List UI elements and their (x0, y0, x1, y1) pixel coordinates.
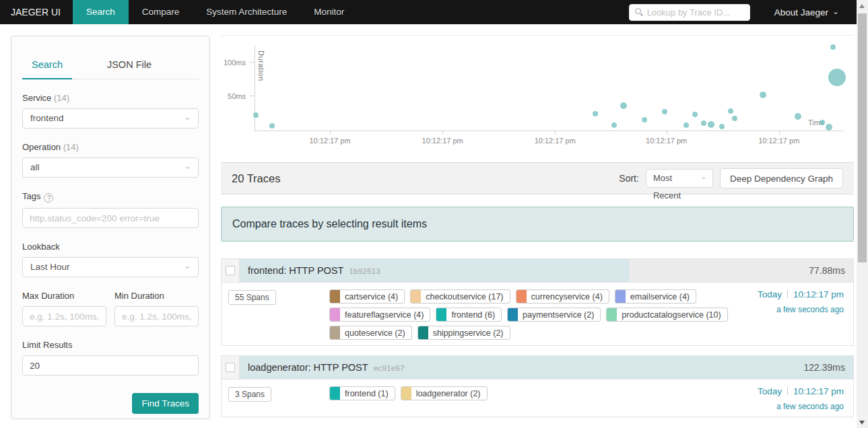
trace-date-link[interactable]: Today (758, 289, 782, 299)
scroll-down-icon[interactable] (859, 421, 865, 425)
help-icon[interactable] (44, 193, 53, 203)
tags-input[interactable] (22, 208, 199, 228)
service-color-swatch (411, 289, 421, 304)
tab-search[interactable]: Search (22, 55, 72, 79)
trace-scatter-dot[interactable] (820, 120, 825, 125)
scrollbar-thumb[interactable] (858, 13, 867, 262)
trace-checkbox[interactable] (226, 363, 235, 372)
compare-banner: Compare traces by selecting result items (221, 207, 854, 242)
trace-scatter-dot[interactable] (253, 112, 259, 118)
trace-scatter-dot[interactable] (828, 69, 846, 86)
traces-count: 20 Traces (232, 172, 280, 185)
trace-body: 3 Spans frontend (1)loadgenerator (2) To… (222, 380, 853, 417)
service-chips: frontend (1)loadgenerator (2) (329, 385, 733, 400)
find-traces-button[interactable]: Find Traces (132, 393, 199, 414)
trace-header[interactable]: frontend: HTTP POST1b92613 77.88ms (222, 259, 853, 283)
trace-scatter-dot[interactable] (662, 109, 667, 114)
trace-time-link[interactable]: 10:12:17 pm (793, 289, 844, 299)
trace-scatter-dot[interactable] (620, 102, 627, 109)
x-axis-tick-label: 10:12:17 pm (309, 137, 350, 145)
trace-time-link[interactable]: 10:12:17 pm (793, 386, 844, 396)
limit-results-label: Limit Results (22, 340, 199, 350)
x-axis-tick-label: 10:12:17 pm (758, 137, 799, 145)
deep-dependency-graph-button[interactable]: Deep Dependency Graph (720, 168, 843, 188)
service-color-swatch (330, 308, 340, 322)
service-chip: shippingservice (2) (418, 326, 510, 340)
service-chip: loadgenerator (2) (401, 386, 488, 400)
service-chip-label: emailservice (4) (626, 292, 696, 301)
service-chip-label: frontend (6) (446, 310, 501, 320)
trace-title: frontend: HTTP POST1b92613 (248, 259, 380, 283)
service-color-swatch (607, 308, 617, 322)
service-color-swatch (330, 326, 340, 340)
lookback-select[interactable]: Last Hour (22, 257, 199, 277)
trace-scatter-dot[interactable] (269, 123, 275, 129)
y-axis-tick-label: 100ms (224, 59, 246, 67)
x-axis-tick-mark (330, 131, 331, 135)
min-duration-input[interactable] (114, 306, 199, 326)
trace-scatter-dot[interactable] (795, 113, 801, 120)
sort-select[interactable]: Most Recent (646, 169, 713, 188)
trace-checkbox[interactable] (226, 266, 235, 275)
nav-tab-monitor[interactable]: Monitor (300, 0, 358, 24)
x-axis-tick-label: 10:12:17 pm (646, 137, 687, 145)
x-axis-ticks: 10:12:17 pm10:12:17 pm10:12:17 pm10:12:1… (255, 131, 844, 147)
service-color-swatch (516, 289, 527, 304)
scroll-up-icon[interactable] (859, 4, 865, 8)
nav-tab-system-architecture[interactable]: System Architecture (193, 0, 300, 24)
y-axis-tick-mark (250, 62, 255, 63)
tags-label: Tags (22, 191, 199, 203)
trace-scatter-dot[interactable] (692, 112, 698, 117)
trace-scatter-dot[interactable] (611, 122, 617, 128)
x-axis-tick-label: 10:12:17 pm (422, 137, 463, 145)
service-chip: featureflagservice (4) (329, 308, 430, 322)
results-main: Duration Time 100ms50ms 10:12:17 pm10:12… (221, 35, 854, 428)
trace-date-link[interactable]: Today (758, 386, 782, 396)
service-color-swatch (615, 289, 626, 304)
service-chip-label: shippingservice (2) (428, 328, 510, 338)
max-duration-input[interactable] (22, 306, 106, 326)
service-chip-label: checkoutservice (17) (421, 292, 509, 301)
trace-scatter-dot[interactable] (683, 122, 689, 128)
trace-scatter-dot[interactable] (732, 116, 737, 121)
span-count-chip: 55 Spans (228, 290, 276, 305)
limit-results-input[interactable] (22, 355, 199, 376)
operation-select[interactable]: all (22, 157, 199, 178)
trace-id-lookup-input[interactable] (629, 4, 750, 21)
trace-scatter-dot[interactable] (760, 92, 766, 98)
trace-scatter-dot[interactable] (830, 44, 836, 50)
nav-tab-compare[interactable]: Compare (129, 0, 193, 24)
service-select[interactable]: frontend (22, 108, 199, 129)
trace-scatter-dot[interactable] (708, 121, 714, 128)
trace-scatter-dot[interactable] (826, 124, 832, 131)
service-chip-label: currencyservice (4) (527, 292, 609, 301)
service-chip-label: cartservice (4) (340, 292, 404, 301)
sidebar-tabs: Search JSON File (22, 55, 199, 79)
trace-scatter-dot[interactable] (728, 108, 733, 114)
service-chip-label: productcatalogservice (10) (617, 310, 727, 320)
service-chip: checkoutservice (17) (410, 289, 510, 304)
trace-scatter-dot[interactable] (719, 124, 725, 129)
trace-scatter-dot[interactable] (642, 117, 647, 122)
service-color-swatch (330, 289, 340, 304)
service-chip: paymentservice (2) (507, 308, 601, 322)
x-axis-tick-mark (442, 131, 443, 135)
tab-json-file[interactable]: JSON File (98, 55, 161, 79)
service-chip-label: frontend (1) (340, 389, 395, 398)
vertical-scrollbar[interactable] (857, 0, 868, 428)
x-axis-tick-mark (555, 131, 556, 135)
trace-header[interactable]: loadgenerator: HTTP POSTec91e67 122.39ms (222, 356, 853, 380)
nav-tab-search[interactable]: Search (73, 0, 129, 24)
about-jaeger-menu[interactable]: About Jaeger (774, 7, 839, 17)
trace-scatter-dot[interactable] (701, 120, 706, 126)
x-axis-tick-label: 10:12:17 pm (535, 137, 576, 145)
service-chips: cartservice (4)checkoutservice (17)curre… (329, 288, 733, 340)
max-duration-label: Max Duration (22, 291, 106, 301)
trace-scatter-dot[interactable] (593, 111, 598, 116)
app-brand: JAEGER UI (0, 7, 73, 17)
service-chip-label: loadgenerator (2) (411, 389, 487, 398)
service-color-swatch (330, 386, 340, 400)
top-navbar: JAEGER UI Search Compare System Architec… (0, 0, 857, 24)
service-chip: productcatalogservice (10) (606, 308, 727, 322)
divider (787, 290, 788, 298)
